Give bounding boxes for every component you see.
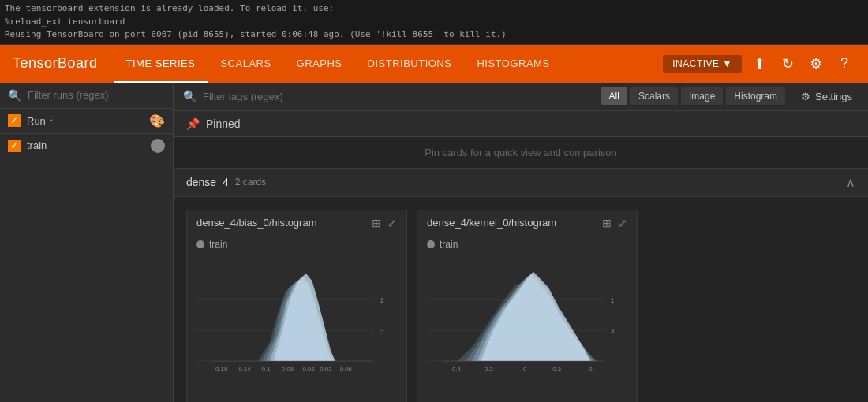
- tab-time-series[interactable]: TIME SERIES: [114, 45, 208, 83]
- svg-text:0: 0: [523, 365, 527, 372]
- filter-image-button[interactable]: Image: [681, 87, 723, 105]
- expand-card-icon-2[interactable]: ⤢: [618, 217, 627, 229]
- train-label: train: [27, 140, 144, 151]
- card-chart-1: 1 3: [187, 253, 406, 403]
- svg-text:-0.1: -0.1: [260, 365, 270, 372]
- svg-text:0.2: 0.2: [552, 365, 561, 372]
- sidebar: 🔍 ✓ Run ↑ 🎨 ✓ train: [0, 83, 174, 403]
- tab-histograms[interactable]: HISTOGRAMS: [464, 45, 562, 83]
- filter-all-button[interactable]: All: [601, 87, 627, 105]
- tab-scalars[interactable]: SCALARS: [208, 45, 283, 83]
- legend-label-2: train: [440, 239, 458, 250]
- svg-text:-0.06: -0.06: [280, 365, 294, 372]
- chart-svg-1: 1 3: [196, 259, 397, 401]
- palette-icon[interactable]: 🎨: [149, 114, 165, 128]
- pinned-label: Pinned: [206, 117, 241, 130]
- filter-histogram-button[interactable]: Histogram: [726, 87, 785, 105]
- sidebar-search-input[interactable]: [28, 89, 165, 101]
- section-count: 2 cards: [235, 177, 266, 188]
- terminal-output: The tensorboard extension is already loa…: [0, 0, 868, 45]
- card-legend-1: train: [187, 236, 406, 253]
- nav-tabs: TIME SERIES SCALARS GRAPHS DISTRIBUTIONS…: [114, 45, 664, 83]
- legend-dot-1: [196, 240, 204, 248]
- content-area: 🔍 All Scalars Image Histogram ⚙ Settings…: [174, 83, 868, 403]
- content-search-icon: 🔍: [183, 90, 196, 102]
- chart-svg-2: 1 3: [427, 259, 627, 401]
- cards-grid: dense_4/bias_0/histogram ⊞ ⤢ train: [174, 197, 868, 403]
- filter-scalars-button[interactable]: Scalars: [630, 87, 678, 105]
- card-chart-2: 1 3: [417, 253, 637, 403]
- pinned-empty-message: Pin cards for a quick view and compariso…: [174, 137, 868, 169]
- content-search: 🔍: [183, 90, 592, 102]
- train-checkbox[interactable]: ✓: [8, 140, 21, 152]
- content-search-input[interactable]: [203, 91, 592, 102]
- run-header-label: Run ↑: [27, 115, 143, 127]
- settings-button[interactable]: ⚙ Settings: [795, 87, 859, 106]
- section-dense4[interactable]: dense_4 2 cards ∧: [174, 169, 868, 197]
- settings-gear-icon[interactable]: ⚙: [805, 53, 827, 75]
- settings-icon: ⚙: [801, 91, 810, 102]
- pin-icon: 📌: [186, 117, 200, 130]
- sidebar-search-icon: 🔍: [8, 89, 21, 102]
- main-layout: 🔍 ✓ Run ↑ 🎨 ✓ train 🔍 All Scalars Image: [0, 83, 868, 403]
- filter-buttons: All Scalars Image Histogram: [601, 87, 785, 105]
- header-right: INACTIVE ▼ ⬆ ↻ ⚙ ?: [663, 53, 855, 75]
- pinned-section-header: 📌 Pinned: [174, 111, 868, 137]
- tab-distributions[interactable]: DISTRIBUTIONS: [355, 45, 465, 83]
- svg-text:3: 3: [611, 326, 615, 334]
- card-title-1: dense_4/bias_0/histogram: [196, 217, 365, 229]
- tab-graphs[interactable]: GRAPHS: [284, 45, 355, 83]
- svg-text:0.02: 0.02: [320, 365, 331, 372]
- svg-text:1: 1: [611, 296, 615, 303]
- card-title-2: dense_4/kernel_0/histogram: [427, 217, 596, 229]
- svg-text:0: 0: [589, 365, 593, 372]
- header: TensorBoard TIME SERIES SCALARS GRAPHS D…: [0, 45, 868, 83]
- content-toolbar: 🔍 All Scalars Image Histogram ⚙ Settings: [174, 83, 868, 111]
- svg-text:0.06: 0.06: [340, 365, 352, 372]
- help-icon[interactable]: ?: [833, 53, 855, 75]
- svg-text:1: 1: [380, 296, 384, 303]
- legend-label-1: train: [209, 239, 227, 250]
- inactive-button[interactable]: INACTIVE ▼: [663, 55, 742, 73]
- card-bias-histogram: dense_4/bias_0/histogram ⊞ ⤢ train: [186, 210, 407, 403]
- svg-text:-0.2: -0.2: [482, 365, 492, 372]
- svg-text:-0.02: -0.02: [301, 365, 315, 372]
- run-section-header: ✓ Run ↑ 🎨: [0, 109, 173, 134]
- card-header-2: dense_4/kernel_0/histogram ⊞ ⤢: [417, 210, 637, 236]
- card-kernel-histogram: dense_4/kernel_0/histogram ⊞ ⤢ train: [417, 210, 638, 403]
- train-color-circle: [151, 139, 165, 153]
- expand-card-icon-1[interactable]: ⤢: [387, 217, 397, 229]
- svg-text:-0.4: -0.4: [450, 365, 461, 372]
- upload-icon[interactable]: ⬆: [748, 53, 770, 75]
- svg-text:-0.14: -0.14: [237, 365, 251, 372]
- sidebar-search-bar: 🔍: [0, 83, 173, 109]
- card-header-1: dense_4/bias_0/histogram ⊞ ⤢: [187, 210, 406, 236]
- logo: TensorBoard: [13, 55, 98, 72]
- legend-dot-2: [427, 240, 435, 248]
- run-checkbox-all[interactable]: ✓: [8, 114, 21, 127]
- card-legend-2: train: [417, 236, 637, 253]
- cards-area: dense_4 2 cards ∧ dense_4/bias_0/histogr…: [174, 169, 868, 403]
- pin-card-icon-2[interactable]: ⊞: [602, 217, 612, 229]
- run-item-train: ✓ train: [0, 134, 173, 158]
- svg-text:-0.18: -0.18: [213, 365, 227, 372]
- section-title: dense_4: [186, 176, 229, 188]
- refresh-icon[interactable]: ↻: [776, 53, 799, 75]
- svg-text:3: 3: [380, 326, 384, 334]
- section-expand-icon[interactable]: ∧: [846, 175, 855, 190]
- pin-card-icon-1[interactable]: ⊞: [372, 217, 381, 229]
